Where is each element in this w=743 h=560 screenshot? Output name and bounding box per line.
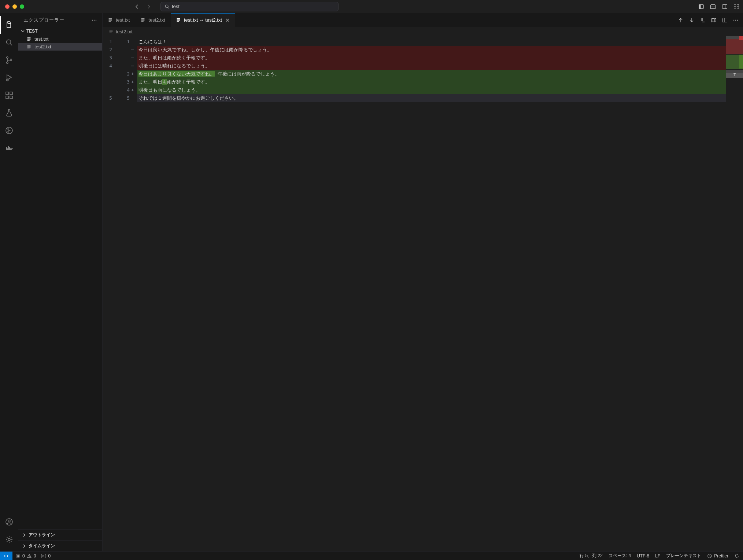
close-tab-icon[interactable] — [225, 18, 230, 23]
sidebar-header: エクスプローラー — [18, 13, 102, 27]
svg-rect-10 — [737, 7, 739, 9]
close-window-icon[interactable] — [5, 4, 10, 9]
statusbar-right: 行 5、列 22 スペース: 4 UTF-8 LF プレーンテキスト Prett… — [580, 553, 743, 559]
tab-label: test.txt ↔ test2.txt — [184, 17, 222, 23]
map-icon[interactable] — [711, 17, 717, 23]
file-item-test2-txt[interactable]: test2.txt — [18, 43, 102, 51]
svg-point-29 — [8, 520, 10, 522]
outline-section[interactable]: アウトライン — [18, 529, 102, 540]
statusbar-left: 0 0 0 — [12, 553, 51, 559]
error-icon — [15, 553, 21, 559]
code-content[interactable]: こんにちは！今日は良い天気ですね。しかし、午後には雨が降るでしょう。また、明日は… — [137, 36, 726, 551]
timeline-label: タイムライン — [29, 543, 55, 549]
split-editor-icon[interactable] — [722, 17, 728, 23]
activity-explorer-icon[interactable] — [0, 16, 18, 34]
tab-actions — [678, 13, 743, 27]
body: エクスプローラー TEST test.txt test2.txt アウトライン … — [0, 13, 743, 551]
nav-forward-icon[interactable] — [146, 4, 152, 10]
sidebar-title: エクスプローラー — [23, 17, 64, 23]
svg-point-13 — [6, 62, 8, 64]
activity-accounts-icon[interactable] — [0, 513, 18, 531]
svg-point-40 — [43, 555, 44, 556]
maximize-window-icon[interactable] — [20, 4, 24, 9]
file-item-test-txt[interactable]: test.txt — [18, 35, 102, 43]
activity-extensions-icon[interactable] — [0, 86, 18, 104]
whitespace-icon[interactable] — [700, 17, 706, 23]
file-icon — [108, 18, 113, 23]
svg-point-12 — [6, 57, 8, 59]
svg-rect-25 — [8, 147, 9, 148]
activity-git-graph-icon[interactable] — [0, 122, 18, 139]
gutter-original: 12345 — [103, 36, 116, 551]
svg-rect-5 — [722, 4, 727, 8]
next-change-icon[interactable] — [689, 17, 695, 23]
warning-count: 0 — [34, 553, 36, 559]
sidebar-more-icon[interactable] — [91, 17, 97, 23]
tabbar: test.txt test2.txt test.txt ↔ test2.txt — [103, 13, 743, 27]
tab-label: test.txt — [116, 17, 130, 23]
svg-point-37 — [735, 19, 736, 20]
chevron-down-icon — [21, 29, 25, 33]
sidebar-folder[interactable]: TEST — [18, 27, 102, 35]
status-indent[interactable]: スペース: 4 — [609, 553, 631, 559]
activity-run-debug-icon[interactable] — [0, 69, 18, 86]
status-ports[interactable]: 0 — [41, 553, 51, 559]
minimize-window-icon[interactable] — [12, 4, 17, 9]
timeline-section[interactable]: タイムライン — [18, 540, 102, 551]
svg-point-11 — [6, 40, 11, 44]
svg-point-31 — [92, 20, 93, 21]
tab-label: test2.txt — [148, 17, 165, 23]
titlebar: test — [0, 0, 743, 13]
status-prettier[interactable]: Prettier — [707, 553, 728, 559]
file-label: test.txt — [34, 36, 48, 42]
activity-docker-icon[interactable] — [0, 139, 18, 157]
status-problems[interactable]: 0 0 — [15, 553, 36, 559]
activity-testing-icon[interactable] — [0, 104, 18, 122]
nav-back-icon[interactable] — [134, 4, 140, 10]
search-icon — [165, 4, 170, 9]
svg-point-32 — [94, 20, 95, 21]
svg-rect-3 — [711, 4, 716, 8]
minimap[interactable]: T — [726, 36, 743, 551]
file-icon — [108, 29, 114, 34]
prev-change-icon[interactable] — [678, 17, 684, 23]
file-icon — [26, 44, 32, 49]
activity-source-control-icon[interactable] — [0, 51, 18, 69]
toggle-secondary-sidebar-icon[interactable] — [722, 4, 728, 10]
tab-test2-txt[interactable]: test2.txt — [135, 13, 171, 27]
status-encoding[interactable]: UTF-8 — [637, 553, 649, 559]
svg-point-36 — [733, 19, 734, 20]
chevron-right-icon — [22, 544, 26, 548]
status-eol[interactable]: LF — [655, 553, 660, 559]
svg-point-33 — [96, 20, 96, 21]
status-language[interactable]: プレーンテキスト — [666, 553, 701, 559]
activitybar — [0, 13, 18, 551]
command-center[interactable]: test — [160, 2, 339, 11]
toggle-panel-icon[interactable] — [710, 4, 716, 10]
activity-search-icon[interactable] — [0, 34, 18, 51]
svg-rect-17 — [6, 96, 8, 99]
file-icon — [176, 18, 181, 23]
svg-rect-7 — [734, 4, 736, 6]
svg-rect-24 — [6, 147, 7, 148]
status-notifications-icon[interactable] — [734, 553, 739, 559]
command-center-text: test — [172, 4, 180, 9]
toggle-primary-sidebar-icon[interactable] — [698, 4, 704, 10]
remote-indicator[interactable] — [0, 552, 12, 560]
sidebar-bottom: アウトライン タイムライン — [18, 529, 102, 551]
breadcrumb-file: test2.txt — [116, 29, 133, 34]
more-actions-icon[interactable] — [733, 17, 739, 23]
diff-editor[interactable]: 12345 1———2+3+4+5 こんにちは！今日は良い天気ですね。しかし、午… — [103, 36, 743, 551]
svg-rect-18 — [10, 96, 12, 99]
svg-rect-8 — [737, 4, 739, 6]
breadcrumb[interactable]: test2.txt — [103, 27, 743, 36]
activity-settings-icon[interactable] — [0, 531, 18, 548]
customize-layout-icon[interactable] — [733, 4, 739, 10]
tab-test-txt[interactable]: test.txt — [103, 13, 135, 27]
status-line-col[interactable]: 行 5、列 22 — [580, 553, 603, 559]
tab-diff[interactable]: test.txt ↔ test2.txt — [171, 13, 236, 27]
nav-arrows — [134, 4, 152, 10]
svg-rect-16 — [6, 92, 8, 95]
window-controls — [4, 4, 24, 9]
folder-name: TEST — [26, 29, 38, 34]
